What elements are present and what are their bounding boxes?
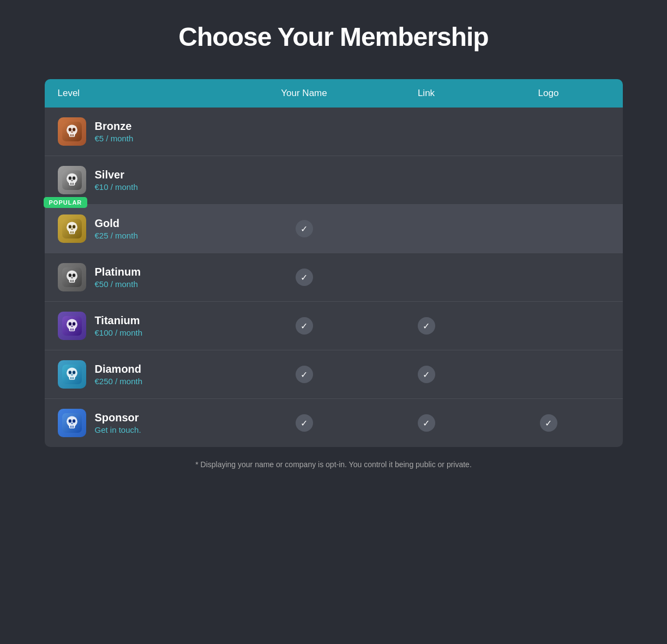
tier-price: €25 / month (95, 231, 138, 240)
footer-note: * Displaying your name or company is opt… (195, 460, 472, 469)
level-cell: Gold €25 / month (58, 214, 243, 243)
checkmark-icon: ✓ (296, 220, 313, 237)
svg-point-14 (72, 176, 75, 180)
level-info: Diamond €250 / month (95, 363, 143, 386)
checkmark-icon: ✓ (296, 414, 313, 432)
checkmark-icon: ✓ (418, 366, 435, 383)
check-your-name: ✓ (243, 317, 365, 335)
svg-point-30 (72, 273, 75, 277)
gold-icon (58, 214, 86, 243)
table-row-sponsor[interactable]: Sponsor Get in touch. ✓ ✓ ✓ (45, 399, 623, 447)
checkmark-icon: ✓ (540, 414, 557, 432)
level-cell: Bronze €5 / month (58, 117, 243, 146)
tier-name: Platinum (95, 266, 141, 278)
svg-point-39 (71, 326, 73, 327)
checkmark-icon: ✓ (296, 366, 313, 383)
svg-rect-26 (69, 279, 75, 283)
check-your-name: ✓ (243, 366, 365, 383)
checkmark-icon: ✓ (418, 414, 435, 432)
level-info: Bronze €5 / month (95, 120, 134, 143)
svg-rect-35 (70, 329, 71, 331)
svg-point-13 (68, 176, 71, 180)
svg-point-55 (71, 423, 73, 425)
level-info: Silver €10 / month (95, 169, 138, 192)
svg-rect-51 (70, 426, 71, 428)
tier-name: Bronze (95, 120, 134, 133)
checkmark-icon: ✓ (296, 317, 313, 335)
page-title: Choose Your Membership (178, 22, 488, 52)
tier-price: €100 / month (95, 328, 143, 337)
level-info: Sponsor Get in touch. (95, 412, 141, 434)
svg-rect-44 (72, 377, 73, 380)
table-row-titanium[interactable]: Titanium €100 / month ✓ ✓ (45, 302, 623, 350)
check-link: ✓ (365, 317, 488, 335)
svg-rect-36 (72, 329, 73, 331)
tier-price: Get in touch. (95, 425, 141, 434)
table-row-platinum[interactable]: Platinum €50 / month ✓ (45, 253, 623, 302)
diamond-icon (58, 360, 86, 389)
level-info: Platinum €50 / month (95, 266, 141, 289)
svg-point-47 (71, 374, 73, 376)
svg-point-37 (68, 322, 71, 325)
tier-price: €250 / month (95, 377, 143, 386)
tier-price: €50 / month (95, 279, 141, 289)
svg-point-6 (72, 128, 75, 131)
header-level: Level (58, 88, 243, 99)
svg-rect-18 (69, 231, 75, 234)
svg-rect-20 (72, 231, 73, 234)
svg-point-38 (72, 322, 75, 325)
table-row-diamond[interactable]: Diamond €250 / month ✓ ✓ (45, 350, 623, 399)
svg-point-7 (71, 132, 73, 133)
titanium-icon (58, 312, 86, 340)
table-body: Bronze €5 / month (45, 108, 623, 447)
check-your-name: ✓ (243, 220, 365, 237)
tier-name: Sponsor (95, 412, 141, 424)
svg-rect-27 (70, 280, 71, 283)
tier-name: Titanium (95, 314, 143, 327)
svg-point-53 (68, 419, 71, 422)
popular-badge: POPULAR (44, 197, 88, 208)
level-info: Titanium €100 / month (95, 314, 143, 337)
check-link: ✓ (365, 366, 488, 383)
header-logo: Logo (488, 88, 610, 99)
level-cell: Sponsor Get in touch. (58, 409, 243, 437)
table-row-gold[interactable]: POPULAR (45, 205, 623, 253)
svg-rect-43 (70, 377, 71, 380)
tier-name: Silver (95, 169, 138, 181)
check-link: ✓ (365, 414, 488, 432)
svg-point-45 (68, 371, 71, 374)
svg-point-46 (72, 371, 75, 374)
svg-rect-19 (70, 231, 71, 234)
svg-rect-3 (70, 134, 71, 137)
svg-rect-42 (69, 377, 75, 380)
svg-rect-52 (72, 426, 73, 428)
check-logo: ✓ (488, 414, 610, 432)
svg-point-23 (71, 229, 73, 230)
svg-rect-28 (72, 280, 73, 283)
sponsor-icon (58, 409, 86, 437)
silver-icon (58, 166, 86, 194)
tier-name: Diamond (95, 363, 143, 375)
level-cell: Platinum €50 / month (58, 263, 243, 291)
header-your-name: Your Name (243, 88, 365, 99)
svg-point-29 (68, 273, 71, 277)
checkmark-icon: ✓ (296, 269, 313, 286)
platinum-icon (58, 263, 86, 291)
tier-price: €10 / month (95, 182, 138, 192)
svg-point-21 (68, 225, 71, 228)
level-cell: Titanium €100 / month (58, 312, 243, 340)
checkmark-icon: ✓ (418, 317, 435, 335)
header-link: Link (365, 88, 488, 99)
level-cell: Diamond €250 / month (58, 360, 243, 389)
svg-rect-50 (69, 425, 75, 428)
svg-point-5 (68, 128, 71, 131)
svg-point-31 (71, 277, 73, 279)
bronze-icon (58, 117, 86, 146)
table-row-silver[interactable]: Silver €10 / month (45, 156, 623, 205)
table-row-bronze[interactable]: Bronze €5 / month (45, 108, 623, 156)
tier-price: €5 / month (95, 134, 134, 143)
svg-rect-2 (69, 134, 75, 137)
svg-rect-4 (72, 134, 73, 137)
check-your-name: ✓ (243, 414, 365, 432)
svg-rect-10 (69, 182, 75, 186)
